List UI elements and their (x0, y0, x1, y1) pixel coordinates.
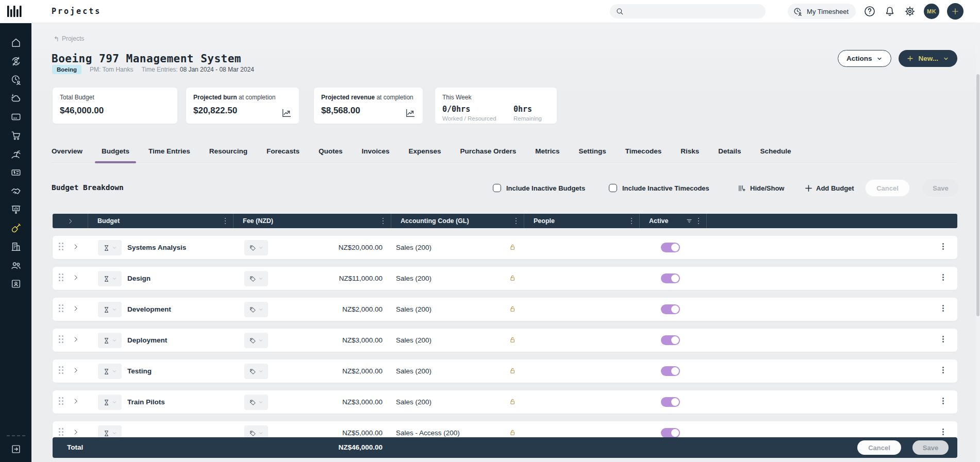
active-toggle[interactable] (661, 243, 680, 252)
budget-type-dropdown[interactable] (98, 364, 122, 379)
drag-handle-icon[interactable] (59, 397, 63, 405)
fee-type-dropdown[interactable] (244, 333, 268, 348)
tab-quotes[interactable]: Quotes (319, 145, 343, 162)
cancel-button[interactable]: Cancel (865, 179, 910, 197)
filter-icon[interactable] (686, 217, 693, 225)
drag-handle-icon[interactable] (59, 335, 63, 343)
sidebar-item-leave[interactable] (9, 148, 23, 160)
sidebar-item-forecasts[interactable] (9, 93, 23, 104)
include-inactive-budgets-checkbox[interactable]: Include Inactive Budgets (490, 179, 588, 197)
tab-metrics[interactable]: Metrics (535, 145, 559, 162)
app-logo-icon[interactable] (7, 5, 22, 18)
column-menu-icon[interactable] (697, 217, 701, 226)
tab-risks[interactable]: Risks (680, 145, 699, 162)
row-menu-icon[interactable] (941, 335, 945, 344)
budget-type-dropdown[interactable] (98, 333, 122, 348)
my-timesheet-button[interactable]: My Timesheet (788, 4, 856, 19)
fee-type-dropdown[interactable] (244, 395, 268, 410)
row-expand-button[interactable] (72, 398, 79, 405)
column-menu-icon[interactable] (381, 217, 385, 226)
include-inactive-timecodes-checkbox[interactable]: Include Inactive Timecodes (606, 179, 712, 197)
sidebar-item-purchasing[interactable] (9, 130, 23, 141)
sidebar-item-home[interactable] (9, 37, 23, 48)
budget-type-dropdown[interactable] (98, 271, 122, 286)
breadcrumb[interactable]: ↰ Projects (54, 35, 84, 42)
sidebar-item-clients[interactable] (9, 185, 23, 197)
help-button[interactable] (863, 5, 876, 18)
column-menu-icon[interactable] (224, 217, 227, 226)
lock-open-icon[interactable] (508, 305, 517, 313)
row-expand-button[interactable] (72, 243, 79, 250)
tab-time-entries[interactable]: Time Entries (148, 145, 190, 162)
row-expand-button[interactable] (72, 367, 79, 374)
row-menu-icon[interactable] (941, 242, 945, 251)
column-menu-icon[interactable] (630, 217, 634, 226)
active-toggle[interactable] (661, 304, 680, 314)
notifications-button[interactable] (884, 5, 896, 18)
row-menu-icon[interactable] (941, 427, 945, 436)
lock-open-icon[interactable] (508, 398, 517, 406)
save-button[interactable]: Save (923, 179, 958, 197)
active-toggle[interactable] (661, 397, 680, 407)
row-menu-icon[interactable] (941, 304, 945, 313)
tab-forecasts[interactable]: Forecasts (267, 145, 300, 162)
tab-details[interactable]: Details (718, 145, 741, 162)
fee-type-dropdown[interactable] (244, 240, 268, 255)
column-menu-icon[interactable] (514, 217, 518, 226)
active-toggle[interactable] (661, 335, 680, 345)
sidebar-item-projects[interactable] (9, 223, 23, 234)
sidebar-item-billing[interactable] (9, 111, 23, 123)
row-menu-icon[interactable] (941, 273, 945, 282)
fee-type-dropdown[interactable] (244, 302, 268, 317)
sidebar-item-companies[interactable] (9, 241, 23, 252)
sidebar-item-reports[interactable] (9, 204, 23, 215)
footer-save-button[interactable]: Save (912, 440, 949, 455)
user-avatar[interactable]: MK (924, 4, 939, 19)
add-budget-button[interactable]: Add Budget (802, 179, 857, 197)
lock-open-icon[interactable] (508, 367, 517, 375)
row-expand-button[interactable] (72, 336, 79, 343)
budget-type-dropdown[interactable] (98, 240, 122, 255)
row-menu-icon[interactable] (941, 366, 945, 374)
row-expand-button[interactable] (72, 429, 79, 436)
tab-overview[interactable]: Overview (52, 145, 82, 162)
tab-expenses[interactable]: Expenses (408, 145, 441, 162)
lock-open-icon[interactable] (508, 274, 517, 282)
sidebar-item-people[interactable] (9, 260, 23, 271)
sidebar-item-timesheets[interactable] (9, 74, 23, 85)
sidebar-item-contacts[interactable] (9, 278, 23, 289)
drag-handle-icon[interactable] (59, 243, 63, 250)
row-expand-button[interactable] (72, 274, 79, 281)
global-add-button[interactable] (947, 3, 964, 20)
active-toggle[interactable] (661, 273, 680, 283)
active-toggle[interactable] (661, 366, 680, 376)
hide-show-columns-button[interactable]: Hide/Show (734, 179, 787, 197)
tab-purchase-orders[interactable]: Purchase Orders (460, 145, 517, 162)
sidebar-collapse-button[interactable] (10, 443, 22, 455)
row-expand-button[interactable] (72, 305, 79, 312)
drag-handle-icon[interactable] (59, 366, 63, 374)
tab-invoices[interactable]: Invoices (361, 145, 389, 162)
scrollbar-thumb[interactable] (976, 74, 979, 316)
sidebar-item-user-refresh[interactable] (9, 56, 23, 67)
active-toggle[interactable] (661, 428, 680, 438)
budget-type-dropdown[interactable] (98, 395, 122, 410)
tab-timecodes[interactable]: Timecodes (625, 145, 661, 162)
settings-button[interactable] (904, 5, 916, 18)
sidebar-item-invoices[interactable] (9, 167, 23, 178)
expand-all-column[interactable] (53, 214, 88, 228)
row-menu-icon[interactable] (941, 397, 945, 405)
drag-handle-icon[interactable] (59, 304, 63, 312)
drag-handle-icon[interactable] (59, 273, 63, 281)
lock-open-icon[interactable] (508, 243, 517, 251)
footer-cancel-button[interactable]: Cancel (857, 440, 901, 455)
tab-resourcing[interactable]: Resourcing (209, 145, 247, 162)
actions-button[interactable]: Actions (838, 50, 892, 67)
tab-schedule[interactable]: Schedule (760, 145, 791, 162)
new-button[interactable]: New... (899, 50, 957, 67)
scrollbar[interactable] (976, 23, 980, 462)
lock-open-icon[interactable] (508, 429, 517, 437)
tab-settings[interactable]: Settings (579, 145, 606, 162)
lock-open-icon[interactable] (508, 336, 517, 344)
drag-handle-icon[interactable] (59, 428, 63, 436)
